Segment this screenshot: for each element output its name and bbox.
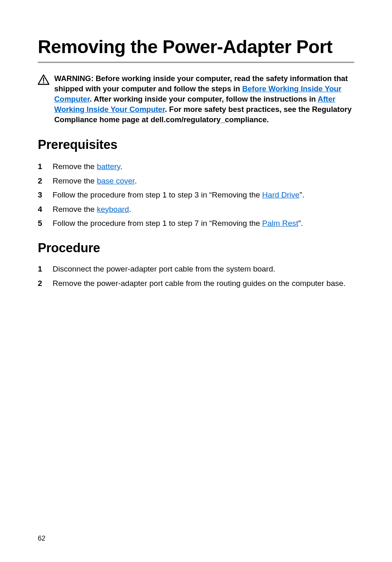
item-body: Remove the base cover. bbox=[53, 176, 354, 187]
procedure-list: 1 Disconnect the power-adapter port cabl… bbox=[38, 264, 354, 289]
item-number: 2 bbox=[38, 278, 53, 289]
list-item: 1 Disconnect the power-adapter port cabl… bbox=[38, 264, 354, 275]
item-body: Follow the procedure from step 1 to step… bbox=[53, 190, 354, 201]
list-item: 2 Remove the base cover. bbox=[38, 176, 354, 187]
item-body: Remove the battery. bbox=[53, 161, 354, 172]
prerequisites-list: 1 Remove the battery. 2 Remove the base … bbox=[38, 161, 354, 229]
item-number: 2 bbox=[38, 176, 53, 187]
item-number: 4 bbox=[38, 204, 53, 215]
item-number: 1 bbox=[38, 264, 53, 275]
text-before: Remove the bbox=[53, 205, 97, 214]
text-before: Remove the bbox=[53, 162, 97, 171]
item-body: Remove the power-adapter port cable from… bbox=[53, 278, 354, 289]
text-before: Remove the bbox=[53, 176, 97, 185]
text-after: . bbox=[129, 205, 131, 214]
text-after: . bbox=[120, 162, 122, 171]
warning-text: WARNING: Before working inside your comp… bbox=[54, 74, 354, 125]
page-number: 62 bbox=[38, 534, 45, 542]
list-item: 5 Follow the procedure from step 1 to st… bbox=[38, 218, 354, 229]
item-number: 3 bbox=[38, 190, 53, 201]
link-keyboard[interactable]: keyboard bbox=[97, 205, 129, 214]
item-number: 1 bbox=[38, 161, 53, 172]
list-item: 3 Follow the procedure from step 1 to st… bbox=[38, 190, 354, 201]
warning-block: WARNING: Before working inside your comp… bbox=[38, 74, 354, 125]
heading-prerequisites: Prerequisites bbox=[38, 137, 354, 152]
list-item: 2 Remove the power-adapter port cable fr… bbox=[38, 278, 354, 289]
link-base-cover[interactable]: base cover bbox=[97, 176, 135, 185]
item-body: Remove the keyboard. bbox=[53, 204, 354, 215]
text-before: Follow the procedure from step 1 to step… bbox=[53, 190, 262, 199]
item-body: Follow the procedure from step 1 to step… bbox=[53, 218, 354, 229]
link-palm-rest[interactable]: Palm Rest bbox=[262, 219, 298, 228]
item-body: Disconnect the power-adapter port cable … bbox=[53, 264, 354, 275]
svg-point-1 bbox=[43, 82, 44, 83]
text-after: ”. bbox=[300, 190, 304, 199]
list-item: 1 Remove the battery. bbox=[38, 161, 354, 172]
text-before: Follow the procedure from step 1 to step… bbox=[53, 219, 262, 228]
item-number: 5 bbox=[38, 218, 53, 229]
warning-icon bbox=[38, 74, 49, 85]
title-divider bbox=[38, 62, 354, 63]
text-after: ”. bbox=[298, 219, 303, 228]
link-battery[interactable]: battery bbox=[97, 162, 120, 171]
link-hard-drive[interactable]: Hard Drive bbox=[262, 190, 300, 199]
text-after: . bbox=[135, 176, 137, 185]
heading-procedure: Procedure bbox=[38, 241, 354, 255]
page-title: Removing the Power-Adapter Port bbox=[38, 37, 354, 57]
warning-mid1: . After working inside your computer, fo… bbox=[90, 95, 318, 103]
list-item: 4 Remove the keyboard. bbox=[38, 204, 354, 215]
